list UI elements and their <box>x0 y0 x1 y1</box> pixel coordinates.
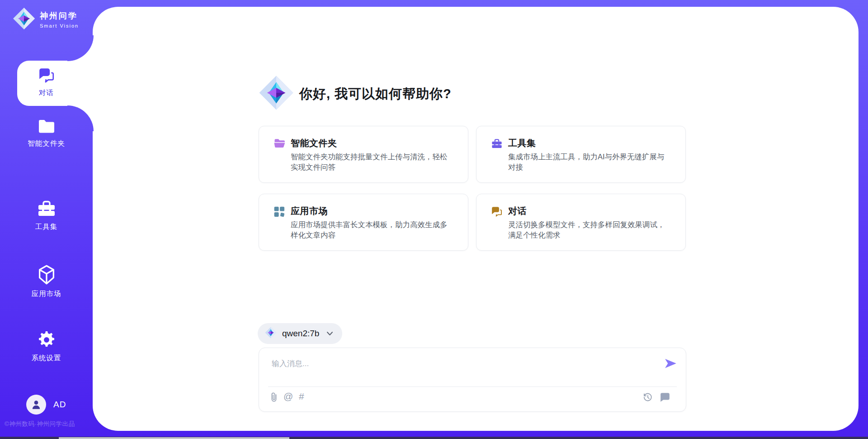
sidebar-item-smart-folder[interactable]: 智能文件夹 <box>0 118 93 148</box>
sidebar-item-app-market[interactable]: 应用市场 <box>0 264 93 299</box>
tab-concave-corner-top <box>67 35 94 61</box>
user-profile[interactable]: AD <box>26 395 66 415</box>
sidebar-item-label: 工具集 <box>0 222 93 232</box>
model-name: qwen2:7b <box>282 329 319 339</box>
toolbox-icon <box>491 138 503 151</box>
sidebar-item-toolset[interactable]: 工具集 <box>0 199 93 232</box>
card-description: 集成市场上主流工具，助力AI与外界无缝扩展与对接 <box>508 152 672 172</box>
chat-icon <box>38 67 55 86</box>
person-icon <box>30 399 42 410</box>
sidebar-item-settings[interactable]: 系统设置 <box>0 330 93 363</box>
card-title: 智能文件夹 <box>291 137 337 149</box>
app-subtitle: Smart Vision <box>40 23 79 29</box>
sidebar-item-label: 智能文件夹 <box>0 139 93 148</box>
send-icon[interactable] <box>665 358 677 371</box>
sidebar-item-label: 应用市场 <box>0 289 93 299</box>
message-composer: @ # <box>259 348 686 412</box>
avatar <box>26 395 46 415</box>
model-selector[interactable]: qwen2:7b <box>258 323 342 344</box>
card-app-market[interactable]: 应用市场 应用市场提供丰富长文本模板，助力高效生成多样化文章内容 <box>259 194 468 251</box>
chat-icon <box>491 206 503 220</box>
card-description: 应用市场提供丰富长文本模板，助力高效生成多样化文章内容 <box>291 220 454 240</box>
card-title: 应用市场 <box>291 205 328 217</box>
greeting-diamond-icon <box>259 75 294 112</box>
cube-icon <box>37 264 57 287</box>
hash-icon[interactable]: # <box>299 391 304 402</box>
greeting-title: 你好, 我可以如何帮助你? <box>299 85 452 103</box>
history-icon[interactable] <box>642 391 653 405</box>
toolbox-icon <box>37 199 57 220</box>
gear-icon <box>37 330 56 351</box>
sidebar-item-label: 系统设置 <box>0 353 93 363</box>
card-smart-folder[interactable]: 智能文件夹 智能文件夹功能支持批量文件上传与清洗，轻松实现文件问答 <box>259 126 468 183</box>
sidebar-item-label: 对话 <box>0 88 93 98</box>
card-description: 灵活切换多模型文件，支持多样回复效果调试，满足个性化需求 <box>508 220 672 240</box>
at-icon[interactable]: @ <box>283 391 293 402</box>
user-name: AD <box>53 400 66 410</box>
composer-divider <box>268 387 677 387</box>
card-chat[interactable]: 对话 灵活切换多模型文件，支持多样回复效果调试，满足个性化需求 <box>476 194 686 251</box>
model-diamond-icon <box>265 327 277 340</box>
card-title: 工具集 <box>508 137 536 149</box>
card-title: 对话 <box>508 205 527 217</box>
message-input[interactable] <box>271 354 643 373</box>
copyright-footer: ©神州数码·神州问学出品 <box>5 420 93 428</box>
card-description: 智能文件夹功能支持批量文件上传与清洗，轻松实现文件问答 <box>291 152 454 172</box>
paperclip-icon[interactable] <box>269 391 279 405</box>
card-toolset[interactable]: 工具集 集成市场上主流工具，助力AI与外界无缝扩展与对接 <box>476 126 686 183</box>
chat-icon[interactable] <box>660 392 670 404</box>
scrollbar-fragment[interactable] <box>59 437 289 439</box>
folder-icon <box>37 118 56 137</box>
chevron-down-icon <box>326 329 333 338</box>
brand-diamond-icon <box>13 7 35 32</box>
sidebar-item-chat[interactable]: 对话 <box>0 67 93 98</box>
app-title: 神州问学 <box>40 10 79 21</box>
folder-open-icon <box>274 138 286 151</box>
app-logo[interactable]: 神州问学 Smart Vision <box>13 7 79 32</box>
grid-icon <box>274 206 285 220</box>
